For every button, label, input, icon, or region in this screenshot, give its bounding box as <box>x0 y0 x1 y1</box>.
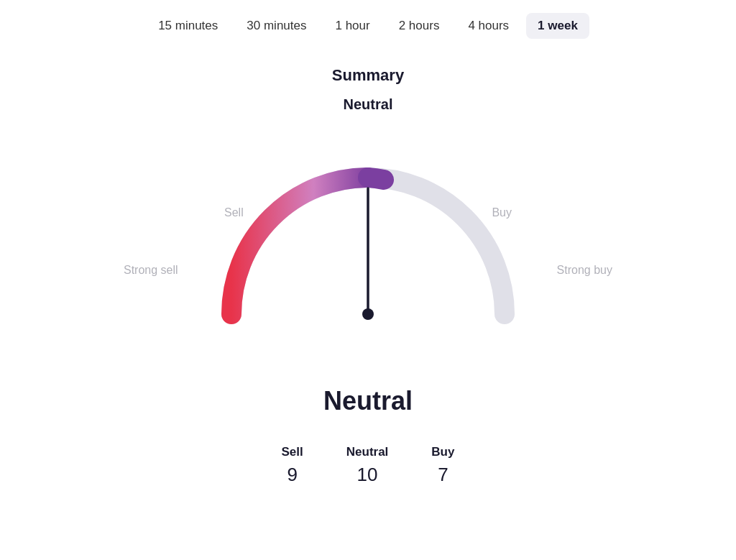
stat-sell: Sell 9 <box>282 445 303 486</box>
bottom-signal-label: Neutral <box>323 386 413 416</box>
tab-15min[interactable]: 15 minutes <box>147 13 229 39</box>
stat-buy-value: 7 <box>438 464 448 486</box>
stat-sell-value: 9 <box>287 464 297 486</box>
svg-point-1 <box>362 308 374 320</box>
stat-buy-label: Buy <box>431 445 454 459</box>
tab-30min[interactable]: 30 minutes <box>235 13 318 39</box>
summary-title: Summary <box>332 66 404 85</box>
top-signal-label: Neutral <box>344 96 393 113</box>
tab-1week[interactable]: 1 week <box>526 13 589 39</box>
tab-4hours[interactable]: 4 hours <box>456 13 520 39</box>
stat-neutral: Neutral 10 <box>346 445 389 486</box>
tab-1hour[interactable]: 1 hour <box>323 13 381 39</box>
stat-buy: Buy 7 <box>431 445 454 486</box>
label-strong-sell: Strong sell <box>124 264 178 277</box>
label-strong-buy: Strong buy <box>557 264 612 277</box>
main-content: Summary Neutral Strong sell Sell Buy Str… <box>0 52 736 560</box>
gauge-svg <box>196 134 540 336</box>
gauge-wrapper: Strong sell Sell Buy Strong buy <box>124 134 612 379</box>
stats-row: Sell 9 Neutral 10 Buy 7 <box>282 445 455 486</box>
stat-sell-label: Sell <box>282 445 303 459</box>
tab-2hours[interactable]: 2 hours <box>387 13 451 39</box>
stat-neutral-value: 10 <box>357 464 378 486</box>
time-period-tabs: 15 minutes 30 minutes 1 hour 2 hours 4 h… <box>0 0 736 52</box>
stat-neutral-label: Neutral <box>346 445 389 459</box>
